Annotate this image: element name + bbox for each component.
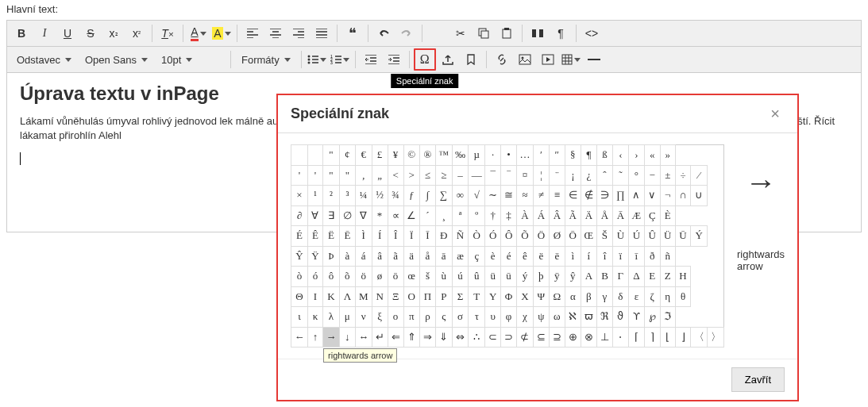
char-cell[interactable]: Ñ — [452, 226, 469, 247]
char-cell[interactable]: Γ — [612, 267, 628, 287]
char-cell[interactable]: Ð — [435, 226, 452, 247]
char-cell[interactable]: ⌊ — [660, 327, 675, 347]
char-cell[interactable]: ì — [565, 246, 581, 267]
char-cell[interactable]: Ξ — [388, 286, 403, 307]
copy-button[interactable] — [473, 22, 495, 44]
char-cell[interactable]: ℜ — [596, 307, 612, 328]
char-cell[interactable]: Û — [645, 226, 661, 247]
paste-button[interactable] — [496, 22, 518, 44]
char-cell[interactable]: ' — [291, 165, 308, 186]
char-cell[interactable]: ÷ — [675, 165, 690, 186]
char-cell[interactable]: á — [355, 246, 372, 267]
char-cell[interactable]: Ī — [419, 226, 435, 247]
char-cell[interactable]: Ó — [485, 226, 501, 247]
char-cell[interactable]: Â — [549, 205, 565, 226]
char-cell[interactable]: æ — [452, 246, 469, 267]
char-cell[interactable]: × — [291, 186, 308, 206]
char-cell[interactable]: ð — [645, 246, 661, 267]
char-cell[interactable]: ç — [469, 246, 485, 267]
char-cell[interactable]: Æ — [628, 205, 644, 226]
char-cell[interactable]: è — [485, 246, 501, 267]
char-cell[interactable]: ´ — [419, 205, 435, 226]
char-cell[interactable]: ú — [452, 267, 469, 287]
char-cell[interactable]: Ä — [581, 205, 596, 226]
char-cell[interactable]: ↑ — [307, 327, 322, 347]
char-cell[interactable]: Ç — [645, 205, 661, 226]
char-cell[interactable]: î — [596, 246, 612, 267]
char-cell[interactable]: ⊥ — [596, 327, 612, 347]
char-cell[interactable]: ā — [435, 246, 452, 267]
char-cell[interactable]: ° — [628, 165, 644, 186]
char-cell[interactable]: ′ — [533, 145, 549, 166]
char-cell[interactable]: β — [581, 286, 596, 307]
char-cell[interactable]: ⊇ — [549, 327, 565, 347]
bold-button[interactable]: B — [10, 22, 33, 44]
char-cell[interactable]: â — [372, 246, 388, 267]
char-cell[interactable]: ≤ — [419, 165, 435, 186]
char-cell[interactable]: ℵ — [565, 307, 581, 328]
char-cell[interactable]: ↵ — [372, 327, 388, 347]
char-cell[interactable]: Ï — [403, 226, 419, 247]
char-cell[interactable]: τ — [469, 307, 485, 328]
char-cell[interactable]: ξ — [372, 307, 388, 328]
char-cell[interactable]: ¨ — [549, 165, 565, 186]
char-cell[interactable]: ⌋ — [675, 327, 690, 347]
char-cell[interactable]: 〈 — [691, 327, 708, 347]
char-cell[interactable]: Χ — [517, 286, 534, 307]
char-cell[interactable]: Ì — [355, 226, 372, 247]
char-cell[interactable]: œ — [403, 267, 419, 287]
char-cell[interactable]: ‚ — [355, 165, 372, 186]
bullet-list-button[interactable] — [306, 48, 328, 71]
char-cell[interactable]: > — [403, 165, 419, 186]
char-cell[interactable]: ∃ — [323, 205, 340, 226]
close-icon[interactable]: × — [766, 105, 785, 123]
char-cell[interactable]: ¿ — [581, 165, 596, 186]
char-cell[interactable]: ½ — [372, 186, 388, 206]
align-center-button[interactable] — [264, 22, 287, 44]
pilcrow-button[interactable]: ¶ — [550, 22, 572, 44]
char-cell[interactable]: ⊆ — [533, 327, 549, 347]
char-cell[interactable]: ô — [323, 267, 340, 287]
bg-color-button[interactable]: A — [210, 22, 233, 44]
char-cell[interactable]: š — [419, 267, 435, 287]
char-cell[interactable]: Ν — [372, 286, 388, 307]
char-cell[interactable]: * — [372, 205, 388, 226]
char-cell[interactable]: ″ — [549, 145, 565, 166]
char-cell[interactable]: ē — [549, 246, 565, 267]
char-cell[interactable]: ∋ — [596, 186, 612, 206]
char-cell[interactable]: θ — [675, 286, 690, 307]
char-cell[interactable]: é — [501, 246, 517, 267]
char-cell[interactable]: ī — [628, 246, 644, 267]
char-cell[interactable]: ˜ — [612, 165, 628, 186]
char-cell[interactable]: π — [403, 307, 419, 328]
char-cell[interactable]: Š — [596, 226, 612, 247]
char-cell[interactable]: ë — [533, 246, 549, 267]
char-cell[interactable]: ¾ — [388, 186, 403, 206]
char-cell[interactable]: ι — [291, 307, 308, 328]
find-button[interactable] — [527, 22, 549, 44]
char-cell[interactable]: › — [628, 145, 644, 166]
char-cell[interactable]: ∠ — [403, 205, 419, 226]
char-cell[interactable]: Ρ — [435, 286, 452, 307]
special-char-button[interactable]: Ω Speciální znak — [414, 48, 436, 71]
char-cell[interactable]: Ë — [323, 226, 340, 247]
char-cell[interactable]: € — [355, 145, 372, 166]
char-cell[interactable]: Π — [419, 286, 435, 307]
char-cell[interactable]: " — [339, 165, 355, 186]
char-cell[interactable]: Ú — [628, 226, 644, 247]
char-cell[interactable]: ê — [517, 246, 534, 267]
char-cell[interactable]: à — [339, 246, 355, 267]
char-cell[interactable]: … — [517, 145, 534, 166]
char-cell[interactable]: Ω — [549, 286, 565, 307]
char-cell[interactable]: ' — [307, 165, 322, 186]
char-cell[interactable]: ∇ — [355, 205, 372, 226]
char-cell[interactable]: ¸ — [435, 205, 452, 226]
align-justify-button[interactable] — [311, 22, 333, 44]
char-cell[interactable]: † — [485, 205, 501, 226]
char-cell[interactable]: Λ — [339, 286, 355, 307]
char-cell[interactable]: Η — [675, 267, 690, 287]
char-cell[interactable]: Ô — [501, 226, 517, 247]
media-button[interactable] — [537, 48, 559, 71]
char-cell[interactable]: ŷ — [565, 267, 581, 287]
char-cell[interactable]: ¦ — [533, 165, 549, 186]
